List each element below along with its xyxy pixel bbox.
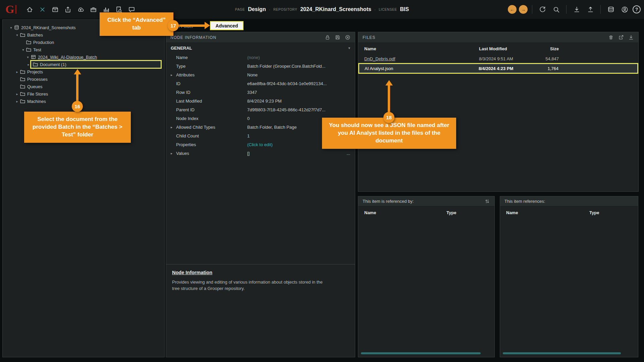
column-header-type[interactable]: Type xyxy=(446,210,456,215)
tree-item-label: 2024_RKinard_Screenshots xyxy=(21,25,76,30)
column-header-name[interactable]: Name xyxy=(364,46,479,51)
download-button[interactable] xyxy=(571,4,582,15)
tree-item-processes[interactable]: Processes xyxy=(3,75,164,83)
callout16-arrowhead xyxy=(74,69,81,74)
node-information-header: NODE INFORMATION xyxy=(166,32,355,43)
cloud-upload-button[interactable] xyxy=(75,4,86,15)
values-more-button[interactable]: ... xyxy=(346,151,355,156)
property-label: Child Count xyxy=(176,133,247,138)
tree-item-label: Production xyxy=(33,40,54,45)
tools-icon xyxy=(39,6,46,13)
row-expander-icon[interactable]: ▸ xyxy=(171,152,176,155)
file-last-modified: 8/3/2024 9:51 AM xyxy=(479,56,533,61)
tree-item-document[interactable]: ▸ Document (1) xyxy=(3,61,164,68)
tree-item-label: Batches xyxy=(27,33,43,38)
panel-title: This item is referenced by: xyxy=(363,199,414,204)
file-name[interactable]: DnD_Debris.pdf xyxy=(364,56,479,61)
horizontal-scrollbar[interactable] xyxy=(361,352,481,354)
help-button[interactable]: ? xyxy=(633,5,641,13)
callout17-step-badge: 17 xyxy=(168,20,179,31)
home-button[interactable] xyxy=(24,4,35,15)
back-button[interactable]: ← xyxy=(508,5,517,14)
file-name[interactable]: AI Analyst.json xyxy=(365,66,479,71)
tree-item-file-stores[interactable]: ▸ File Stores xyxy=(3,90,164,98)
tree-item-machines[interactable]: ▸ Machines xyxy=(3,98,164,105)
property-row-row-id[interactable]: Row ID 3347 xyxy=(166,88,355,97)
expander-icon[interactable]: ▸ xyxy=(15,100,19,103)
account-button[interactable] xyxy=(619,4,630,15)
repository-icon xyxy=(14,25,19,30)
referenced-by-panel: This item is referenced by: Name Type xyxy=(358,196,495,357)
expander-icon[interactable]: ▸ xyxy=(15,92,19,96)
user-icon xyxy=(621,6,628,13)
lock-icon[interactable] xyxy=(325,35,330,40)
tree-item-production[interactable]: Production xyxy=(3,39,164,46)
property-row-parent-id[interactable]: Parent ID 7d9f8803-7f18-4245-866c-412d27… xyxy=(166,105,355,114)
repository-stack-button[interactable] xyxy=(605,4,616,15)
property-row-values[interactable]: ▸ Values [] ... xyxy=(166,149,355,158)
sort-icon[interactable] xyxy=(484,198,490,204)
references-column-headers: Name Type xyxy=(500,206,638,219)
property-value: 3347 xyxy=(247,90,355,95)
property-row-type[interactable]: Type Batch Folder (Grooper.Core.BatchFol… xyxy=(166,62,355,70)
expander-icon[interactable]: ▾ xyxy=(9,26,13,29)
column-header-size[interactable]: Size xyxy=(533,46,559,51)
tree-item-projects[interactable]: ▸ Projects xyxy=(3,68,164,75)
property-row-id[interactable]: ID e6ae8fba-9f24-43dc-b034-1e0e992134... xyxy=(166,79,355,88)
file-row-dnd-debris[interactable]: DnD_Debris.pdf 8/3/2024 9:51 AM 54,847 xyxy=(358,54,638,63)
expander-icon[interactable]: ▸ xyxy=(26,63,31,66)
file-row-ai-analyst-selected[interactable]: AI Analyst.json 8/4/2024 4:23 PM 1,764 xyxy=(359,64,638,73)
cloud-upload-icon xyxy=(77,6,84,13)
property-row-name[interactable]: Name (none) xyxy=(166,53,355,62)
property-label: Name xyxy=(176,55,247,60)
close-icon[interactable] xyxy=(345,35,351,40)
divider xyxy=(600,5,601,14)
column-header-name[interactable]: Name xyxy=(364,210,446,215)
column-header-last-modified[interactable]: Last Modified xyxy=(479,46,533,51)
search-button[interactable] xyxy=(550,4,562,15)
expander-icon[interactable]: ▸ xyxy=(15,70,19,74)
horizontal-scrollbar[interactable] xyxy=(503,352,621,354)
property-value: (none) xyxy=(247,55,355,60)
file-last-modified: 8/4/2024 4:23 PM xyxy=(479,66,532,71)
save-icon[interactable] xyxy=(335,35,340,40)
archive-button[interactable] xyxy=(49,4,61,15)
general-section-header[interactable]: GENERAL ▾ xyxy=(166,43,355,53)
refresh-button[interactable] xyxy=(537,4,548,15)
download-icon[interactable] xyxy=(628,35,634,40)
column-header-name[interactable]: Name xyxy=(506,210,589,215)
property-row-last-modified[interactable]: Last Modified 8/4/2024 9:23 PM xyxy=(166,97,355,105)
tools-button[interactable] xyxy=(37,4,48,15)
forward-button[interactable]: → xyxy=(519,5,528,14)
expander-icon[interactable]: ▾ xyxy=(25,55,30,59)
open-external-icon[interactable] xyxy=(618,35,624,40)
expander-icon[interactable]: ▾ xyxy=(15,33,19,37)
property-label: Node Index xyxy=(176,116,247,121)
tree-item-wiki-ai-dialogue-batch[interactable]: ▾ 2024_Wiki_AI-Dialogue_Batch xyxy=(3,53,164,61)
tree-item-test[interactable]: ▾ Test xyxy=(3,46,164,53)
folder-icon xyxy=(20,32,25,38)
folder-icon xyxy=(20,84,25,89)
node-information-panel: NODE INFORMATION GENERAL ▾ Name (none) T… xyxy=(166,32,355,357)
toolbox-button[interactable] xyxy=(88,4,99,15)
expander-icon[interactable]: ▾ xyxy=(21,48,25,52)
export-box-button[interactable] xyxy=(62,4,73,15)
trash-icon[interactable] xyxy=(608,35,614,40)
upload-button[interactable] xyxy=(585,4,596,15)
tree-item-label: Document (1) xyxy=(40,62,66,67)
column-header-type[interactable]: Type xyxy=(589,210,599,215)
tab-advanced[interactable]: Advanced xyxy=(210,21,244,30)
tree-item-label: 2024_Wiki_AI-Dialogue_Batch xyxy=(38,55,97,60)
property-row-attributes[interactable]: ▸ Attributes None xyxy=(166,70,355,79)
selected-document-highlight: Document (1) xyxy=(31,61,161,68)
callout18-arrowhead xyxy=(385,80,393,85)
property-value: 7d9f8803-7f18-4245-866c-412d27f7d7... xyxy=(247,107,355,112)
grooper-logo: G xyxy=(5,4,14,15)
row-expander-icon[interactable]: ▸ xyxy=(171,73,176,77)
chevron-down-icon[interactable]: ▾ xyxy=(348,46,350,50)
property-label: Row ID xyxy=(176,90,247,95)
row-expander-icon[interactable]: ▸ xyxy=(171,125,176,129)
tree-item-queues[interactable]: Queues xyxy=(3,83,164,90)
tree-item-label: Machines xyxy=(27,99,46,104)
tree-item-label: Queues xyxy=(27,84,43,89)
